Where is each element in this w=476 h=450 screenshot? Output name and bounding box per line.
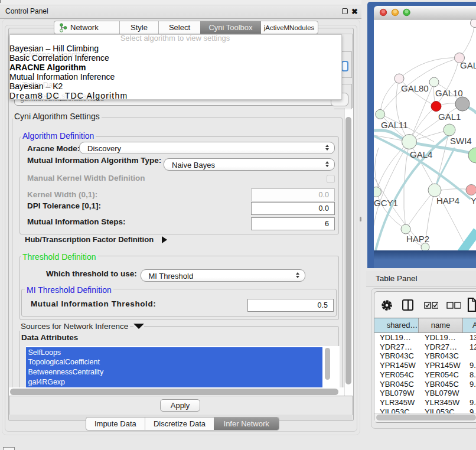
svg-text:GAL80: GAL80 <box>401 83 429 93</box>
svg-text:GAL10: GAL10 <box>435 88 463 98</box>
svg-text:GCY1: GCY1 <box>374 198 398 208</box>
svg-text:GAL11: GAL11 <box>381 120 408 130</box>
svg-text:HAP4: HAP4 <box>436 195 459 206</box>
svg-text:HAP2: HAP2 <box>406 234 429 244</box>
svg-text:GAL4: GAL4 <box>410 149 432 159</box>
svg-text:SWI4: SWI4 <box>450 136 472 146</box>
svg-text:YM: YM <box>471 195 476 206</box>
svg-text:GAL: GAL <box>460 60 476 70</box>
svg-text:GAL1: GAL1 <box>438 112 461 122</box>
